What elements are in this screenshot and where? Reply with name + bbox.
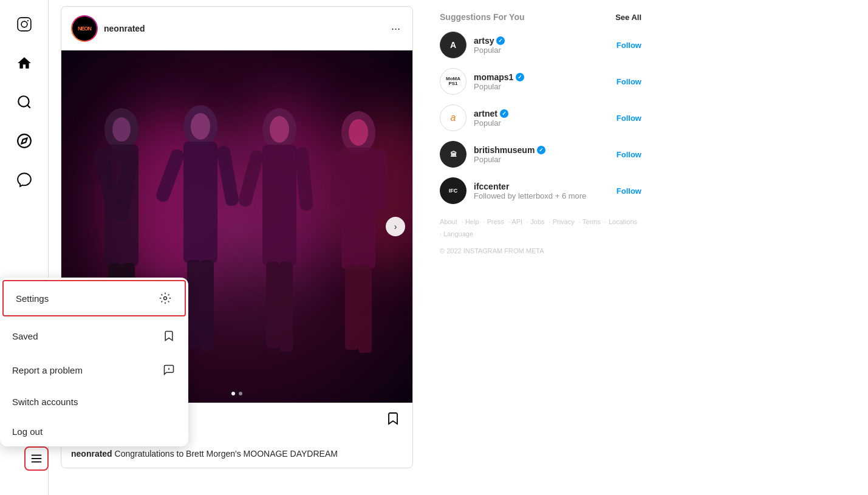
suggestions-title: Suggestions For You xyxy=(440,12,525,22)
artnet-avatar[interactable]: a xyxy=(440,104,466,131)
instagram-logo-icon[interactable] xyxy=(12,12,36,36)
momaps1-follow-button[interactable]: Follow xyxy=(617,77,641,86)
svg-point-3 xyxy=(18,96,29,106)
momaps1-name: momaps1 ✓ xyxy=(474,72,617,82)
caption-text: Congratulations to Brett Morgen's MOONAG… xyxy=(115,449,338,459)
settings-icon xyxy=(158,291,173,306)
britishmuseum-name: britishmuseum ✓ xyxy=(474,145,617,155)
svg-point-17 xyxy=(112,117,131,142)
caption-username[interactable]: neonrated xyxy=(71,449,112,459)
report-menu-item[interactable]: Report a problem xyxy=(0,353,188,387)
svg-point-8 xyxy=(164,297,167,300)
artsy-initial: A xyxy=(450,40,456,50)
artnet-sub: Popular xyxy=(474,118,617,128)
see-all-button[interactable]: See All xyxy=(615,13,641,22)
messenger-icon[interactable] xyxy=(12,168,36,192)
logout-label: Log out xyxy=(12,426,43,437)
svg-rect-22 xyxy=(187,260,200,348)
privacy-link[interactable]: Privacy xyxy=(553,218,575,225)
jobs-link[interactable]: Jobs xyxy=(530,218,544,225)
artnet-follow-button[interactable]: Follow xyxy=(617,114,641,123)
switch-accounts-menu-item[interactable]: Switch accounts xyxy=(0,387,188,417)
language-link[interactable]: Language xyxy=(443,230,473,237)
svg-rect-19 xyxy=(183,142,217,263)
ifccenter-info: ifccenter Followed by letterboxd + 6 mor… xyxy=(474,182,617,200)
post-caption: neonrated Congratulations to Brett Morge… xyxy=(61,448,412,468)
dot-1 xyxy=(231,392,235,395)
suggestion-britishmuseum: 🏛 britishmuseum ✓ Popular Follow xyxy=(440,141,641,168)
artsy-info: artsy ✓ Popular xyxy=(474,36,617,55)
svg-rect-27 xyxy=(237,149,265,208)
hamburger-menu-button[interactable] xyxy=(24,446,49,471)
britishmuseum-text: 🏛 xyxy=(450,151,457,158)
svg-rect-28 xyxy=(295,146,313,211)
footer-copyright: © 2022 INSTAGRAM FROM META xyxy=(440,245,641,258)
next-slide-button[interactable]: › xyxy=(386,217,405,236)
artsy-name: artsy ✓ xyxy=(474,36,617,46)
switch-accounts-label: Switch accounts xyxy=(12,397,78,407)
svg-rect-30 xyxy=(279,262,293,352)
help-link[interactable]: Help xyxy=(465,218,479,225)
artnet-verified-badge: ✓ xyxy=(500,109,508,118)
artnet-info: artnet ✓ Popular xyxy=(474,109,617,128)
dot-2 xyxy=(239,392,242,395)
svg-point-4 xyxy=(18,134,31,148)
svg-rect-20 xyxy=(154,148,185,203)
svg-point-31 xyxy=(270,116,289,143)
artsy-verified-badge: ✓ xyxy=(496,36,505,45)
pagination-dots xyxy=(231,392,242,395)
post-more-button[interactable]: ··· xyxy=(389,20,403,38)
ifccenter-avatar[interactable]: IFC xyxy=(440,177,466,204)
svg-point-1 xyxy=(21,21,27,27)
artnet-name: artnet ✓ xyxy=(474,109,617,118)
svg-rect-36 xyxy=(345,265,358,350)
footer-links: About · Help · Press · API · Jobs · Priv… xyxy=(440,216,641,257)
artsy-sub: Popular xyxy=(474,46,617,55)
suggestion-momaps1: MoMA PS1 momaps1 ✓ Popular Follow xyxy=(440,68,641,95)
svg-rect-33 xyxy=(341,148,375,269)
settings-menu-item[interactable]: Settings xyxy=(2,280,186,316)
home-icon[interactable] xyxy=(12,51,36,75)
ifccenter-name: ifccenter xyxy=(474,182,617,191)
artsy-avatar[interactable]: A xyxy=(440,32,466,58)
momaps1-verified-badge: ✓ xyxy=(516,73,524,81)
dropdown-menu: Settings Saved Report a problem xyxy=(0,278,188,446)
artsy-follow-button[interactable]: Follow xyxy=(617,41,641,50)
suggestion-ifccenter: IFC ifccenter Followed by letterboxd + 6… xyxy=(440,177,641,204)
report-label: Report a problem xyxy=(12,365,83,375)
svg-rect-37 xyxy=(358,265,372,353)
post-username[interactable]: neonrated xyxy=(104,24,145,33)
explore-icon[interactable] xyxy=(12,129,36,153)
post-header: NEON neonrated ··· xyxy=(61,7,412,50)
britishmuseum-avatar[interactable]: 🏛 xyxy=(440,141,466,168)
svg-rect-0 xyxy=(18,18,31,31)
saved-menu-item[interactable]: Saved xyxy=(0,319,188,353)
momaps1-sub: Popular xyxy=(474,82,617,91)
api-link[interactable]: API xyxy=(511,218,522,225)
about-link[interactable]: About xyxy=(440,218,457,225)
settings-label: Settings xyxy=(16,293,49,304)
ifccenter-text: IFC xyxy=(449,188,458,194)
svg-point-38 xyxy=(349,119,368,146)
momaps1-avatar[interactable]: MoMA PS1 xyxy=(440,68,466,95)
post-avatar[interactable]: NEON xyxy=(71,15,98,42)
right-sidebar: Suggestions For You See All A artsy ✓ Po… xyxy=(425,0,656,495)
press-link[interactable]: Press xyxy=(487,218,504,225)
locations-link[interactable]: Locations xyxy=(609,218,637,225)
ifccenter-follow-button[interactable]: Follow xyxy=(617,186,641,196)
neon-text: NEON xyxy=(78,26,91,32)
save-button[interactable] xyxy=(383,409,403,428)
svg-point-24 xyxy=(191,113,210,140)
search-icon[interactable] xyxy=(12,90,36,114)
logout-menu-item[interactable]: Log out xyxy=(0,417,188,446)
terms-link[interactable]: Terms xyxy=(583,218,601,225)
post-header-left: NEON neonrated xyxy=(71,15,145,42)
svg-rect-23 xyxy=(200,260,214,351)
britishmuseum-follow-button[interactable]: Follow xyxy=(617,150,641,159)
avatar-inner: NEON xyxy=(72,16,97,41)
ifccenter-sub: Followed by letterboxd + 6 more xyxy=(474,191,617,200)
britishmuseum-verified-badge: ✓ xyxy=(537,146,545,154)
svg-rect-29 xyxy=(266,262,279,348)
bookmark-icon xyxy=(162,329,176,343)
svg-rect-35 xyxy=(374,149,387,210)
